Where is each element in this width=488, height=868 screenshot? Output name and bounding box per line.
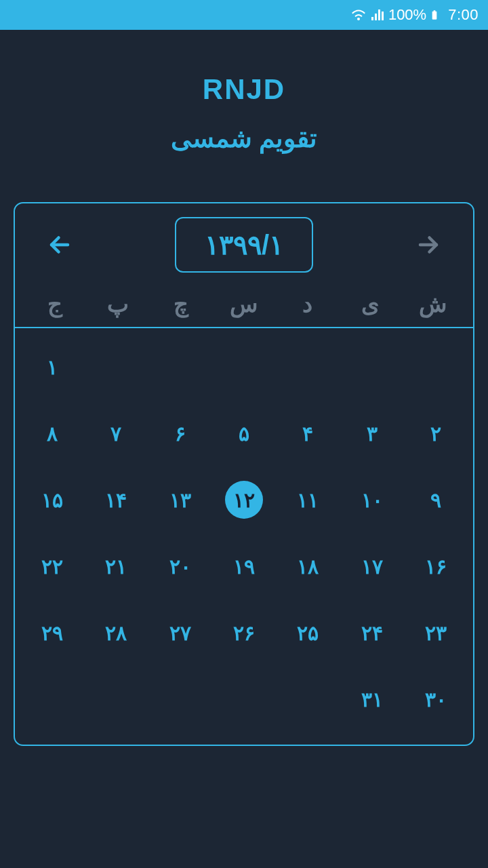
status-icons: 100%: [350, 6, 440, 24]
day-cell[interactable]: ۴: [276, 400, 340, 467]
day-number: ۵: [225, 414, 263, 452]
day-number: ۳۱: [353, 680, 391, 718]
day-cell[interactable]: ۱۲: [212, 467, 276, 533]
day-number: ۱۱: [289, 481, 327, 519]
calendar-header: ۱۳۹۹/۱: [15, 203, 473, 283]
battery-icon: [429, 7, 440, 23]
day-number: ۱۴: [97, 481, 135, 519]
day-empty: [20, 666, 84, 732]
day-cell[interactable]: ۲۴: [340, 599, 403, 666]
day-number: ۲۵: [289, 614, 327, 652]
day-cell[interactable]: ۳۱: [340, 666, 403, 732]
weekday-row: ج پ چ س د ی ش: [15, 283, 473, 328]
day-number: ۱۲: [225, 481, 263, 519]
signal-icon: [369, 7, 386, 23]
day-number: ۲: [417, 414, 455, 452]
day-number: ۱۰: [353, 481, 391, 519]
weekday-label: ج: [23, 290, 86, 317]
app-title: RNJD: [0, 73, 488, 106]
day-number: ۲۲: [33, 547, 71, 585]
days-grid: ۱۸۷۶۵۴۳۲۱۵۱۴۱۳۱۲۱۱۱۰۹۲۲۲۱۲۰۱۹۱۸۱۷۱۶۲۹۲۸۲…: [15, 328, 473, 745]
day-number: ۲۳: [417, 614, 455, 652]
day-cell[interactable]: ۱: [20, 334, 84, 400]
day-cell[interactable]: ۲۲: [20, 533, 84, 599]
day-cell[interactable]: ۱۵: [20, 467, 84, 533]
app-subtitle: تقویم شمسی: [0, 123, 488, 153]
day-cell[interactable]: ۶: [148, 400, 212, 467]
weekday-label: پ: [86, 290, 149, 317]
day-cell[interactable]: ۳۰: [404, 666, 468, 732]
calendar: ۱۳۹۹/۱ ج پ چ س د ی ش ۱۸۷۶۵۴۳۲۱۵۱۴۱۳۱۲۱۱۱…: [14, 202, 474, 746]
day-number: ۴: [289, 414, 327, 452]
day-cell[interactable]: ۲۳: [404, 599, 468, 666]
day-number: ۲۶: [225, 614, 263, 652]
month-year-label[interactable]: ۱۳۹۹/۱: [175, 217, 313, 273]
day-cell[interactable]: ۱۳: [148, 467, 212, 533]
weekday-label: د: [276, 290, 339, 317]
battery-percent: 100%: [388, 6, 426, 24]
day-number: ۲۴: [353, 614, 391, 652]
day-cell[interactable]: ۲۶: [212, 599, 276, 666]
day-number: ۳: [353, 414, 391, 452]
day-number: ۱۹: [225, 547, 263, 585]
day-cell[interactable]: ۲۷: [148, 599, 212, 666]
day-cell[interactable]: ۱۷: [340, 533, 403, 599]
day-cell[interactable]: ۲۸: [84, 599, 148, 666]
day-cell[interactable]: ۳: [340, 400, 403, 467]
day-number: ۳۰: [417, 680, 455, 718]
day-cell[interactable]: ۱۰: [340, 467, 403, 533]
day-empty: [404, 334, 468, 400]
day-cell[interactable]: ۵: [212, 400, 276, 467]
day-empty: [84, 334, 148, 400]
day-cell[interactable]: ۱۴: [84, 467, 148, 533]
day-cell[interactable]: ۱۱: [276, 467, 340, 533]
day-cell[interactable]: ۸: [20, 400, 84, 467]
header: RNJD تقویم شمسی: [0, 30, 488, 186]
weekday-label: ی: [339, 290, 402, 317]
next-month-button[interactable]: [413, 230, 443, 260]
day-number: ۱۷: [353, 547, 391, 585]
day-number: ۲۷: [161, 614, 199, 652]
weekday-label: ش: [402, 290, 465, 317]
day-number: ۲۸: [97, 614, 135, 652]
day-cell[interactable]: ۱۹: [212, 533, 276, 599]
day-number: ۱: [33, 348, 71, 386]
day-cell[interactable]: ۲۰: [148, 533, 212, 599]
day-cell[interactable]: ۱۶: [404, 533, 468, 599]
prev-month-button[interactable]: [45, 230, 75, 260]
day-number: ۹: [417, 481, 455, 519]
day-empty: [340, 334, 403, 400]
day-empty: [148, 334, 212, 400]
status-bar: 100% 7:00: [0, 0, 488, 30]
status-time: 7:00: [448, 6, 479, 24]
day-number: ۶: [161, 414, 199, 452]
weekday-label: س: [212, 290, 275, 317]
day-cell[interactable]: ۲۵: [276, 599, 340, 666]
day-empty: [148, 666, 212, 732]
day-empty: [84, 666, 148, 732]
day-cell[interactable]: ۱۸: [276, 533, 340, 599]
day-number: ۲۹: [33, 614, 71, 652]
weekday-label: چ: [149, 290, 212, 317]
day-number: ۱۳: [161, 481, 199, 519]
day-number: ۷: [97, 414, 135, 452]
wifi-icon: [350, 7, 367, 23]
day-number: ۲۰: [161, 547, 199, 585]
day-cell[interactable]: ۲: [404, 400, 468, 467]
day-number: ۱۵: [33, 481, 71, 519]
day-empty: [212, 666, 276, 732]
day-number: ۸: [33, 414, 71, 452]
day-cell[interactable]: ۲۱: [84, 533, 148, 599]
day-number: ۱۶: [417, 547, 455, 585]
day-number: ۱۸: [289, 547, 327, 585]
day-cell[interactable]: ۲۹: [20, 599, 84, 666]
day-empty: [276, 666, 340, 732]
day-number: ۲۱: [97, 547, 135, 585]
day-cell[interactable]: ۹: [404, 467, 468, 533]
day-cell[interactable]: ۷: [84, 400, 148, 467]
day-empty: [276, 334, 340, 400]
day-empty: [212, 334, 276, 400]
